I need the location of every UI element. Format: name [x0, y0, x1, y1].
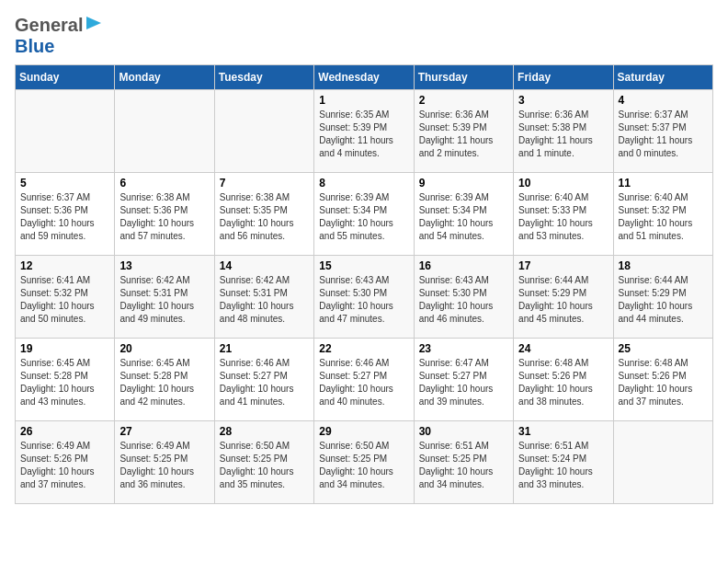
- calendar-cell: 29Sunrise: 6:50 AM Sunset: 5:25 PM Dayli…: [314, 421, 414, 504]
- day-number: 14: [220, 259, 309, 272]
- svg-marker-0: [86, 17, 101, 29]
- calendar-cell: 24Sunrise: 6:48 AM Sunset: 5:26 PM Dayli…: [514, 339, 613, 421]
- day-detail: Sunrise: 6:48 AM Sunset: 5:26 PM Dayligh…: [518, 358, 593, 407]
- day-number: 24: [518, 342, 608, 355]
- day-detail: Sunrise: 6:50 AM Sunset: 5:25 PM Dayligh…: [319, 441, 393, 489]
- header-wednesday: Wednesday: [314, 65, 414, 90]
- day-number: 13: [119, 259, 209, 272]
- calendar-cell: 28Sunrise: 6:50 AM Sunset: 5:25 PM Dayli…: [214, 421, 313, 504]
- day-detail: Sunrise: 6:50 AM Sunset: 5:25 PM Dayligh…: [220, 441, 294, 489]
- calendar-cell: 15Sunrise: 6:43 AM Sunset: 5:30 PM Dayli…: [314, 256, 414, 339]
- day-detail: Sunrise: 6:48 AM Sunset: 5:26 PM Dayligh…: [619, 358, 693, 407]
- header-saturday: Saturday: [613, 65, 712, 90]
- day-detail: Sunrise: 6:40 AM Sunset: 5:33 PM Dayligh…: [518, 192, 593, 241]
- day-detail: Sunrise: 6:51 AM Sunset: 5:25 PM Dayligh…: [419, 441, 494, 489]
- day-detail: Sunrise: 6:49 AM Sunset: 5:25 PM Dayligh…: [119, 441, 194, 489]
- calendar-cell: 31Sunrise: 6:51 AM Sunset: 5:24 PM Dayli…: [514, 421, 613, 504]
- calendar-cell: [16, 90, 115, 173]
- day-number: 19: [20, 342, 109, 355]
- day-number: 1: [319, 94, 408, 107]
- day-detail: Sunrise: 6:36 AM Sunset: 5:38 PM Dayligh…: [518, 109, 593, 158]
- day-detail: Sunrise: 6:37 AM Sunset: 5:36 PM Dayligh…: [20, 192, 95, 241]
- calendar-cell: 25Sunrise: 6:48 AM Sunset: 5:26 PM Dayli…: [613, 339, 712, 421]
- calendar-cell: 8Sunrise: 6:39 AM Sunset: 5:34 PM Daylig…: [314, 173, 414, 256]
- logo: General Blue: [15, 15, 105, 57]
- calendar-cell: 18Sunrise: 6:44 AM Sunset: 5:29 PM Dayli…: [613, 256, 712, 339]
- day-number: 18: [619, 259, 708, 272]
- day-number: 8: [319, 177, 408, 190]
- calendar-cell: 11Sunrise: 6:40 AM Sunset: 5:32 PM Dayli…: [613, 173, 712, 256]
- day-number: 17: [518, 259, 608, 272]
- week-row-4: 19Sunrise: 6:45 AM Sunset: 5:28 PM Dayli…: [16, 339, 713, 421]
- day-number: 31: [518, 425, 608, 438]
- header-monday: Monday: [115, 65, 214, 90]
- calendar-cell: 9Sunrise: 6:39 AM Sunset: 5:34 PM Daylig…: [414, 173, 513, 256]
- calendar-cell: 14Sunrise: 6:42 AM Sunset: 5:31 PM Dayli…: [214, 256, 313, 339]
- calendar-cell: 4Sunrise: 6:37 AM Sunset: 5:37 PM Daylig…: [613, 90, 712, 173]
- calendar-cell: 1Sunrise: 6:35 AM Sunset: 5:39 PM Daylig…: [314, 90, 414, 173]
- week-row-3: 12Sunrise: 6:41 AM Sunset: 5:32 PM Dayli…: [16, 256, 713, 339]
- day-number: 28: [220, 425, 309, 438]
- header-tuesday: Tuesday: [214, 65, 313, 90]
- day-number: 29: [319, 425, 408, 438]
- calendar-cell: 19Sunrise: 6:45 AM Sunset: 5:28 PM Dayli…: [16, 339, 115, 421]
- calendar-cell: 30Sunrise: 6:51 AM Sunset: 5:25 PM Dayli…: [414, 421, 513, 504]
- calendar-cell: 12Sunrise: 6:41 AM Sunset: 5:32 PM Dayli…: [16, 256, 115, 339]
- calendar-cell: 21Sunrise: 6:46 AM Sunset: 5:27 PM Dayli…: [214, 339, 313, 421]
- week-row-2: 5Sunrise: 6:37 AM Sunset: 5:36 PM Daylig…: [16, 173, 713, 256]
- day-detail: Sunrise: 6:39 AM Sunset: 5:34 PM Dayligh…: [319, 192, 393, 241]
- calendar-cell: 13Sunrise: 6:42 AM Sunset: 5:31 PM Dayli…: [115, 256, 214, 339]
- week-row-1: 1Sunrise: 6:35 AM Sunset: 5:39 PM Daylig…: [16, 90, 713, 173]
- calendar-cell: 23Sunrise: 6:47 AM Sunset: 5:27 PM Dayli…: [414, 339, 513, 421]
- day-detail: Sunrise: 6:42 AM Sunset: 5:31 PM Dayligh…: [119, 275, 194, 324]
- header-sunday: Sunday: [16, 65, 115, 90]
- day-detail: Sunrise: 6:37 AM Sunset: 5:37 PM Dayligh…: [619, 109, 693, 158]
- calendar-cell: 27Sunrise: 6:49 AM Sunset: 5:25 PM Dayli…: [115, 421, 214, 504]
- day-detail: Sunrise: 6:47 AM Sunset: 5:27 PM Dayligh…: [419, 358, 494, 407]
- day-detail: Sunrise: 6:42 AM Sunset: 5:31 PM Dayligh…: [220, 275, 294, 324]
- logo-blue-text: Blue: [15, 36, 54, 56]
- calendar-cell: 16Sunrise: 6:43 AM Sunset: 5:30 PM Dayli…: [414, 256, 513, 339]
- day-detail: Sunrise: 6:46 AM Sunset: 5:27 PM Dayligh…: [319, 358, 393, 407]
- calendar-header-row: SundayMondayTuesdayWednesdayThursdayFrid…: [16, 65, 713, 90]
- header-friday: Friday: [514, 65, 613, 90]
- day-detail: Sunrise: 6:36 AM Sunset: 5:39 PM Dayligh…: [419, 109, 494, 158]
- calendar-cell: 20Sunrise: 6:45 AM Sunset: 5:28 PM Dayli…: [115, 339, 214, 421]
- day-number: 21: [220, 342, 309, 355]
- page-header: General Blue: [15, 15, 713, 57]
- day-detail: Sunrise: 6:39 AM Sunset: 5:34 PM Dayligh…: [419, 192, 494, 241]
- day-detail: Sunrise: 6:35 AM Sunset: 5:39 PM Dayligh…: [319, 109, 393, 158]
- day-detail: Sunrise: 6:43 AM Sunset: 5:30 PM Dayligh…: [319, 275, 393, 324]
- day-detail: Sunrise: 6:44 AM Sunset: 5:29 PM Dayligh…: [518, 275, 593, 324]
- day-detail: Sunrise: 6:43 AM Sunset: 5:30 PM Dayligh…: [419, 275, 494, 324]
- day-number: 9: [419, 177, 508, 190]
- calendar-cell: 17Sunrise: 6:44 AM Sunset: 5:29 PM Dayli…: [514, 256, 613, 339]
- day-number: 7: [220, 177, 309, 190]
- day-number: 11: [619, 177, 708, 190]
- day-detail: Sunrise: 6:41 AM Sunset: 5:32 PM Dayligh…: [20, 275, 95, 324]
- calendar-cell: [115, 90, 214, 173]
- calendar-cell: [613, 421, 712, 504]
- calendar-cell: 6Sunrise: 6:38 AM Sunset: 5:36 PM Daylig…: [115, 173, 214, 256]
- calendar-table: SundayMondayTuesdayWednesdayThursdayFrid…: [15, 64, 713, 504]
- day-number: 22: [319, 342, 408, 355]
- calendar-cell: 5Sunrise: 6:37 AM Sunset: 5:36 PM Daylig…: [16, 173, 115, 256]
- day-number: 4: [619, 94, 708, 107]
- day-detail: Sunrise: 6:45 AM Sunset: 5:28 PM Dayligh…: [119, 358, 194, 407]
- day-detail: Sunrise: 6:46 AM Sunset: 5:27 PM Dayligh…: [220, 358, 294, 407]
- day-number: 27: [119, 425, 209, 438]
- day-detail: Sunrise: 6:38 AM Sunset: 5:36 PM Dayligh…: [119, 192, 194, 241]
- day-number: 15: [319, 259, 408, 272]
- calendar-cell: 3Sunrise: 6:36 AM Sunset: 5:38 PM Daylig…: [514, 90, 613, 173]
- calendar-cell: [214, 90, 313, 173]
- day-detail: Sunrise: 6:38 AM Sunset: 5:35 PM Dayligh…: [220, 192, 294, 241]
- day-number: 3: [518, 94, 608, 107]
- day-detail: Sunrise: 6:51 AM Sunset: 5:24 PM Dayligh…: [518, 441, 593, 489]
- calendar-cell: 22Sunrise: 6:46 AM Sunset: 5:27 PM Dayli…: [314, 339, 414, 421]
- day-detail: Sunrise: 6:49 AM Sunset: 5:26 PM Dayligh…: [20, 441, 95, 489]
- calendar-cell: 10Sunrise: 6:40 AM Sunset: 5:33 PM Dayli…: [514, 173, 613, 256]
- calendar-cell: 2Sunrise: 6:36 AM Sunset: 5:39 PM Daylig…: [414, 90, 513, 173]
- calendar-cell: 26Sunrise: 6:49 AM Sunset: 5:26 PM Dayli…: [16, 421, 115, 504]
- day-number: 5: [20, 177, 109, 190]
- day-number: 6: [119, 177, 209, 190]
